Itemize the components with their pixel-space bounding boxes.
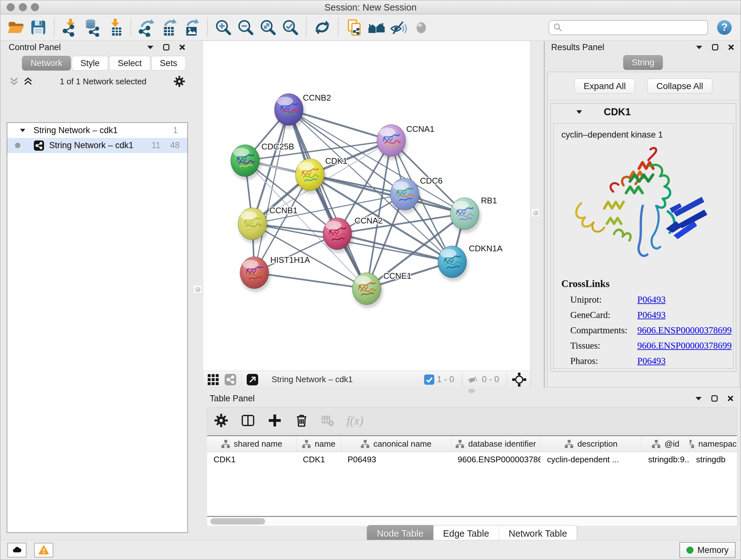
birdseye-icon[interactable]	[512, 373, 526, 387]
global-search-field[interactable]	[549, 20, 708, 35]
crosslink-link[interactable]: P06493	[637, 310, 666, 320]
open-in-window-icon[interactable]	[247, 374, 258, 385]
network-node-CCNB2[interactable]	[274, 94, 305, 129]
column-attribute-icon	[690, 440, 694, 449]
selected-checkbox-icon[interactable]	[424, 374, 434, 385]
warning-button[interactable]	[34, 543, 53, 557]
zoom-fit-button[interactable]	[257, 16, 279, 39]
save-session-button[interactable]	[27, 16, 50, 39]
toggle-visibility-button[interactable]	[388, 16, 410, 39]
network-view-toolbar: String Network – cdk1 1 - 0 0 - 0	[203, 371, 530, 388]
column-header-namespace[interactable]: namespace	[690, 436, 737, 452]
network-node-RB1[interactable]	[450, 198, 481, 233]
export-network-button[interactable]	[136, 16, 158, 39]
right-splitter[interactable]	[531, 41, 545, 388]
export-image-button[interactable]	[180, 16, 203, 39]
splitter-handle[interactable]	[531, 208, 540, 217]
node-table: shared namenamecanonical namedatabase id…	[207, 435, 737, 517]
refresh-icon	[313, 18, 332, 37]
toolbar-separator	[54, 18, 55, 37]
column-header-canonical-name[interactable]: canonical name	[341, 436, 451, 452]
tab-edge-table[interactable]: Edge Table	[433, 525, 499, 542]
tab-network[interactable]: Network	[22, 56, 71, 71]
horizontal-scrollbar[interactable]	[207, 517, 737, 526]
zoom-in-button[interactable]	[212, 16, 234, 39]
gear-icon[interactable]	[173, 75, 185, 87]
memory-button[interactable]: Memory	[679, 542, 736, 558]
expand-all-button[interactable]: Expand All	[575, 78, 635, 94]
network-node-HIST1H1A[interactable]	[240, 257, 271, 292]
crosslink-link[interactable]: 9606.ENSP00000378699	[637, 325, 732, 335]
collapse-tree-icon[interactable]	[23, 77, 33, 86]
close-panel-icon[interactable]	[179, 44, 186, 51]
column-attribute-icon	[360, 440, 369, 449]
table-row[interactable]: CDK1CDK1P064939606.ENSP00000378699cyclin…	[207, 452, 737, 467]
float-panel-icon[interactable]	[711, 395, 718, 402]
splitter-handle[interactable]	[193, 285, 202, 294]
network-node-CDC25B[interactable]	[231, 145, 261, 180]
float-panel-icon[interactable]	[711, 44, 719, 51]
delete-column-icon[interactable]	[294, 413, 309, 428]
panel-menu-icon[interactable]	[695, 395, 702, 402]
gene-expander-icon[interactable]	[576, 110, 583, 115]
close-window-icon[interactable]	[7, 3, 15, 11]
minimize-window-icon[interactable]	[19, 3, 27, 11]
tab-string-results[interactable]: String	[623, 55, 663, 70]
network-node-CCNA1[interactable]	[377, 125, 408, 160]
tree-expander-icon[interactable]	[19, 128, 26, 133]
tab-network-table[interactable]: Network Table	[499, 525, 577, 542]
float-panel-icon[interactable]	[162, 44, 170, 51]
zoom-selected-button[interactable]	[279, 16, 301, 39]
import-database-button[interactable]	[81, 16, 104, 39]
left-splitter[interactable]	[192, 41, 203, 388]
add-column-icon[interactable]	[267, 413, 282, 428]
network-node-CDKN1A[interactable]	[438, 246, 468, 281]
network-row[interactable]: String Network – cdk1 11 48	[7, 138, 187, 153]
open-session-button[interactable]	[5, 16, 27, 39]
column-header--id[interactable]: @id	[642, 436, 690, 452]
network-node-CDK1[interactable]	[295, 159, 326, 194]
close-panel-icon[interactable]	[727, 395, 734, 402]
column-header-database-identifier[interactable]: database identifier	[451, 436, 541, 452]
column-header-name[interactable]: name	[296, 436, 341, 452]
table-cell: CDK1	[296, 452, 341, 467]
import-network-button[interactable]	[59, 16, 81, 39]
crosslink-link[interactable]: P06493	[637, 356, 666, 366]
crosslink-link[interactable]: 9606.ENSP00000378699	[637, 340, 732, 351]
import-table-button[interactable]	[104, 16, 126, 39]
network-node-CCNE1[interactable]	[352, 273, 383, 308]
table-options-gear-icon[interactable]	[214, 413, 228, 428]
tab-select[interactable]: Select	[109, 56, 150, 71]
expand-tree-icon[interactable]	[9, 77, 19, 86]
home-layout-button[interactable]	[365, 16, 388, 39]
share-view-icon	[225, 374, 236, 385]
crosslink-label: Compartments:	[561, 325, 637, 335]
zoom-out-icon	[237, 18, 255, 37]
refresh-layout-button[interactable]	[311, 16, 333, 39]
crosslink-link[interactable]: P06493	[637, 294, 666, 305]
help-button[interactable]: ?	[717, 19, 732, 36]
network-node-label: HIST1H1A	[270, 255, 310, 265]
tab-sets[interactable]: Sets	[151, 56, 186, 71]
column-header-shared-name[interactable]: shared name	[207, 436, 296, 452]
network-node-label: RB1	[481, 196, 497, 205]
close-panel-icon[interactable]	[727, 44, 735, 51]
horizontal-scrollbar-thumb[interactable]	[210, 518, 265, 524]
network-snapshot-button[interactable]	[343, 16, 365, 39]
network-graph[interactable]: CCNB2CCNA1CDC25BCDK1CDC6RB1CCNB1CCNA2CDK…	[203, 41, 530, 370]
network-collection-row[interactable]: String Network – cdk1 1	[7, 123, 187, 138]
search-input[interactable]	[565, 22, 704, 33]
export-table-button[interactable]	[158, 16, 180, 39]
tab-node-table[interactable]: Node Table	[367, 525, 433, 542]
collapse-all-button[interactable]: Collapse All	[647, 78, 712, 94]
zoom-out-button[interactable]	[234, 16, 257, 39]
tab-style[interactable]: Style	[72, 56, 108, 71]
cloud-button[interactable]	[7, 543, 26, 557]
memory-label: Memory	[697, 545, 729, 555]
panel-menu-icon[interactable]	[146, 44, 154, 51]
panel-menu-icon[interactable]	[695, 44, 703, 51]
column-header-description[interactable]: description	[541, 436, 642, 452]
zoom-window-icon[interactable]	[31, 3, 39, 11]
show-columns-icon[interactable]	[241, 413, 255, 428]
grid-view-icon[interactable]	[207, 374, 219, 385]
